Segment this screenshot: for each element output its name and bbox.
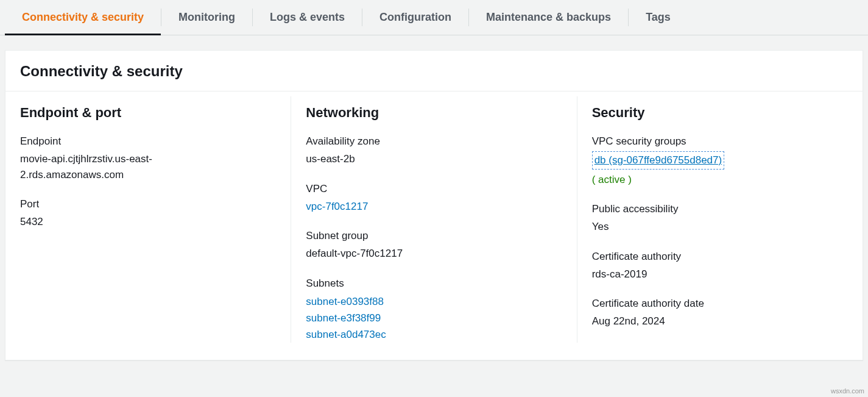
- subnet-link[interactable]: subnet-e0393f88: [306, 293, 489, 310]
- sg-label: VPC security groups: [592, 135, 848, 148]
- panel-header: Connectivity & security: [5, 51, 863, 91]
- security-group-status: ( active ): [592, 172, 775, 188]
- connectivity-security-panel: Connectivity & security Endpoint & port …: [5, 50, 863, 360]
- tab-maintenance-backups[interactable]: Maintenance & backups: [469, 0, 628, 35]
- tab-bar: Connectivity & security Monitoring Logs …: [0, 0, 868, 35]
- column-security: Security VPC security groups db (sg-067f…: [577, 96, 863, 343]
- field-vpc: VPC vpc-7f0c1217: [306, 183, 562, 215]
- subnets-label: Subnets: [306, 277, 562, 290]
- spacer: [0, 35, 868, 50]
- field-port: Port 5432: [20, 198, 276, 230]
- column-endpoint-port: Endpoint & port Endpoint movie-api.cjtjh…: [5, 96, 291, 343]
- ca-date-value: Aug 22nd, 2024: [592, 313, 775, 329]
- field-subnet-group: Subnet group default-vpc-7f0c1217: [306, 230, 562, 262]
- tab-configuration[interactable]: Configuration: [362, 0, 468, 35]
- subnet-link[interactable]: subnet-e3f38f99: [306, 310, 489, 326]
- security-heading: Security: [592, 105, 848, 121]
- endpoint-label: Endpoint: [20, 135, 276, 148]
- field-vpc-security-groups: VPC security groups db (sg-067ffe9d6755d…: [592, 135, 848, 187]
- field-availability-zone: Availability zone us-east-2b: [306, 135, 562, 167]
- panel-body: Endpoint & port Endpoint movie-api.cjtjh…: [5, 91, 863, 360]
- az-label: Availability zone: [306, 135, 562, 148]
- security-group-link[interactable]: db (sg-067ffe9d6755d8ed7): [592, 151, 725, 170]
- watermark: wsxdn.com: [831, 387, 864, 395]
- tab-monitoring[interactable]: Monitoring: [161, 0, 252, 35]
- vpc-label: VPC: [306, 183, 562, 195]
- ca-date-label: Certificate authority date: [592, 298, 848, 310]
- vpc-link[interactable]: vpc-7f0c1217: [306, 201, 368, 212]
- ca-value: rds-ca-2019: [592, 266, 775, 282]
- tab-logs-events[interactable]: Logs & events: [253, 0, 362, 35]
- tab-tags[interactable]: Tags: [629, 0, 688, 35]
- port-label: Port: [20, 198, 276, 210]
- endpoint-value: movie-api.cjtjhlrzstiv.us-east-2.rds.ama…: [20, 151, 203, 182]
- endpoint-port-heading: Endpoint & port: [20, 105, 276, 121]
- column-networking: Networking Availability zone us-east-2b …: [291, 96, 576, 343]
- az-value: us-east-2b: [306, 151, 489, 167]
- ca-label: Certificate authority: [592, 251, 848, 263]
- subnet-group-label: Subnet group: [306, 230, 562, 242]
- subnet-link[interactable]: subnet-a0d473ec: [306, 326, 489, 343]
- field-certificate-authority: Certificate authority rds-ca-2019: [592, 251, 848, 282]
- field-endpoint: Endpoint movie-api.cjtjhlrzstiv.us-east-…: [20, 135, 276, 182]
- port-value: 5432: [20, 214, 203, 230]
- subnet-group-value: default-vpc-7f0c1217: [306, 246, 489, 262]
- field-subnets: Subnets subnet-e0393f88 subnet-e3f38f99 …: [306, 277, 562, 343]
- field-certificate-authority-date: Certificate authority date Aug 22nd, 202…: [592, 298, 848, 329]
- field-public-accessibility: Public accessibility Yes: [592, 203, 848, 235]
- public-accessibility-value: Yes: [592, 219, 775, 235]
- panel-title: Connectivity & security: [20, 63, 848, 80]
- networking-heading: Networking: [306, 105, 562, 121]
- subnets-list: subnet-e0393f88 subnet-e3f38f99 subnet-a…: [306, 293, 489, 343]
- tab-connectivity-security[interactable]: Connectivity & security: [5, 0, 161, 35]
- public-accessibility-label: Public accessibility: [592, 203, 848, 215]
